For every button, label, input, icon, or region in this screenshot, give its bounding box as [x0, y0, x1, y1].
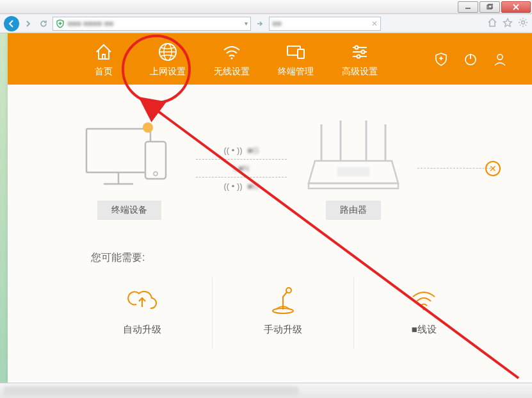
need-row: 自动升级 手动升级 ■线设 [72, 278, 494, 349]
nav-wireless-settings[interactable]: 无线设置 [200, 40, 264, 78]
svg-point-17 [362, 51, 365, 54]
nav-label: 上网设置 [136, 66, 200, 78]
address-dropdown-icon[interactable]: ▾ [245, 20, 248, 27]
router-block: 路由器 [296, 116, 411, 220]
forward-arrow-icon [24, 20, 32, 28]
devices-icon [286, 42, 306, 62]
svg-point-39 [423, 308, 425, 310]
nav-label: 高级设置 [328, 66, 392, 78]
address-bar[interactable]: ■■■ ■■■■ ■■ ▾ [52, 17, 251, 31]
go-button[interactable] [254, 17, 266, 30]
svg-point-11 [231, 58, 233, 60]
sliders-icon [350, 42, 370, 62]
gear-icon [518, 17, 528, 28]
browser-toolbar: ■■■ ■■■■ ■■ ▾ ■■ ✕ [0, 14, 532, 33]
need-wireless-settings[interactable]: ■线设 [354, 278, 494, 349]
refresh-button[interactable] [37, 17, 50, 30]
status-text-blurred [4, 386, 298, 395]
nav-advanced-settings[interactable]: 高级设置 [328, 40, 392, 78]
maximize-icon [487, 4, 493, 10]
browser-favorite-button[interactable] [503, 17, 513, 30]
refresh-icon [39, 19, 48, 28]
minimize-icon [465, 4, 471, 10]
nav-user-button[interactable] [493, 52, 507, 66]
need-label: 自动升级 [72, 324, 212, 336]
wifi-icon [409, 285, 439, 315]
need-title: 您可能需要: [91, 251, 494, 265]
connection-error-icon: ✕ [485, 161, 501, 176]
home-icon [487, 17, 497, 28]
svg-point-19 [357, 55, 360, 58]
go-arrow-icon [256, 20, 264, 28]
wifi-icon [222, 42, 242, 62]
window-minimize-button[interactable] [458, 1, 478, 13]
address-text: ■■■ ■■■■ ■■ [67, 19, 113, 28]
svg-rect-28 [145, 142, 166, 179]
conn-mid-label: L■N [234, 163, 249, 173]
browser-settings-button[interactable] [518, 17, 528, 30]
cloud-upload-icon [127, 285, 157, 315]
svg-point-24 [497, 54, 503, 60]
nav-security-button[interactable] [434, 52, 448, 66]
nav-label: 终端管理 [264, 66, 328, 78]
signal-icon: (( • )) [223, 181, 242, 191]
browser-status-bar [0, 383, 532, 398]
nav-device-management[interactable]: 终端管理 [264, 40, 328, 78]
back-button[interactable] [4, 16, 19, 31]
conn-top-label: ■G [248, 145, 259, 155]
globe-icon [157, 42, 178, 62]
home-icon [94, 42, 113, 62]
terminal-device-block: 终端设备 [72, 116, 187, 220]
clear-search-icon[interactable]: ✕ [371, 19, 378, 28]
svg-rect-36 [337, 167, 369, 176]
window-close-button[interactable] [501, 1, 531, 13]
svg-rect-35 [309, 183, 398, 188]
back-arrow-icon [7, 19, 16, 28]
need-label: ■线设 [354, 324, 494, 336]
toolbar-right [487, 17, 528, 30]
power-icon [463, 52, 478, 66]
search-bar[interactable]: ■■ ✕ [269, 17, 381, 31]
nav-right-icons [434, 52, 532, 66]
need-label: 手动升级 [213, 324, 353, 336]
router-icon [302, 119, 405, 193]
svg-rect-1 [487, 5, 492, 9]
nav-internet-settings[interactable]: 上网设置 [136, 40, 200, 78]
connection-lines: (( • )) ■G L■N (( • )) ■G [193, 142, 289, 195]
page-body: 终端设备 (( • )) ■G L■N (( • )) ■G [8, 85, 532, 383]
page-content: 首页 上网设置 无线设置 终端管理 高级设置 [8, 33, 532, 383]
shield-icon [434, 52, 448, 66]
svg-point-15 [355, 46, 359, 49]
nav-home[interactable]: 首页 [72, 40, 136, 78]
window-titlebar [0, 0, 532, 14]
star-icon [503, 17, 513, 28]
browser-home-button[interactable] [487, 17, 497, 30]
forward-button[interactable] [22, 17, 35, 30]
need-manual-upgrade[interactable]: 手动升级 [213, 278, 353, 349]
main-nav: 首页 上网设置 无线设置 终端管理 高级设置 [8, 33, 532, 85]
svg-rect-25 [86, 129, 150, 172]
network-topology: 终端设备 (( • )) ■G L■N (( • )) ■G [72, 104, 494, 232]
terminal-device-icon [81, 122, 177, 193]
wan-connection: ✕ [417, 168, 494, 169]
lever-icon [268, 285, 298, 315]
nav-label: 无线设置 [200, 66, 264, 78]
svg-point-7 [522, 21, 525, 24]
svg-point-38 [286, 288, 291, 293]
search-text: ■■ [272, 19, 282, 28]
terminal-device-label: 终端设备 [97, 201, 161, 220]
nav-power-button[interactable] [463, 52, 478, 66]
window-maximize-button[interactable] [480, 1, 500, 13]
router-label: 路由器 [326, 201, 381, 220]
close-icon [512, 3, 520, 11]
user-icon [493, 52, 507, 66]
svg-point-30 [143, 122, 153, 133]
svg-rect-13 [298, 49, 304, 58]
signal-icon: (( • )) [223, 145, 242, 155]
conn-bottom-label: ■G [248, 181, 259, 191]
need-auto-upgrade[interactable]: 自动升级 [72, 278, 213, 349]
nav-label: 首页 [72, 66, 136, 78]
shield-plus-icon [56, 19, 65, 28]
